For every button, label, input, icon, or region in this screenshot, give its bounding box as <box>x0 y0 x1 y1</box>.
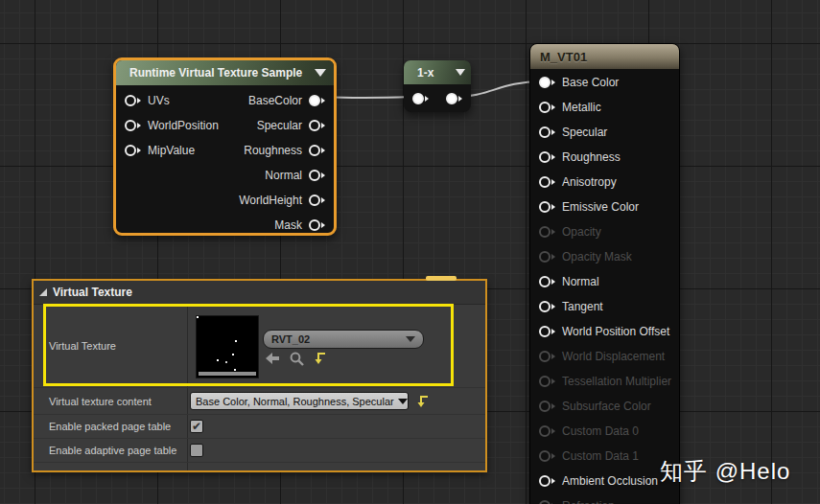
pin-row: Roughness <box>239 138 325 163</box>
virtual-texture-content-row: Virtual texture content Base Color, Norm… <box>34 388 485 415</box>
pin-label: Refraction <box>562 499 615 504</box>
texture-thumbnail[interactable] <box>196 315 259 378</box>
pin-row: World Displacement <box>539 344 679 369</box>
wire-basecolor-to-oneminus <box>323 97 414 98</box>
pin-row: Opacity <box>539 219 679 244</box>
node-header[interactable]: 1-x <box>404 60 471 84</box>
details-section-header[interactable]: Virtual Texture <box>34 281 485 305</box>
output-pin[interactable] <box>309 170 325 181</box>
pin-label: MipValue <box>148 144 195 157</box>
material-input-pin[interactable] <box>539 226 555 238</box>
virtual-texture-asset-dropdown[interactable]: RVT_02 <box>263 330 424 349</box>
output-pin[interactable] <box>309 195 325 206</box>
material-input-pin[interactable] <box>539 301 555 312</box>
pin-label: Normal <box>265 169 302 182</box>
thumbnail-bottom-bar <box>199 372 256 376</box>
pin-label: Custom Data 0 <box>562 424 639 438</box>
pin-label: Tessellation Multiplier <box>562 375 671 388</box>
output-pin-column: BaseColorSpecularRoughnessNormalWorldHei… <box>239 88 325 233</box>
pin-row: Normal <box>539 269 679 294</box>
node-title: Runtime Virtual Texture Sample <box>129 66 315 80</box>
pin-row: WorldPosition <box>125 113 219 138</box>
node-body <box>404 84 471 112</box>
material-input-pin[interactable] <box>539 102 555 113</box>
enable-packed-page-table-row: Enable packed page table ✔ <box>34 415 485 439</box>
material-input-pin[interactable] <box>539 326 555 337</box>
node-runtime-virtual-texture-sample[interactable]: Runtime Virtual Texture Sample UVsWorldP… <box>113 57 337 236</box>
material-input-pin[interactable] <box>539 126 555 138</box>
material-input-pin[interactable] <box>539 251 555 263</box>
pin-row: Anisotropy <box>539 170 679 195</box>
pin-label: Opacity Mask <box>562 250 632 263</box>
output-pin[interactable] <box>309 145 325 156</box>
material-input-pin[interactable] <box>539 425 555 437</box>
watermark: 知乎 @Helo <box>660 456 790 487</box>
enable-adaptive-page-table-row: Enable adaptive page table ✔ <box>34 439 485 463</box>
input-pin[interactable] <box>125 120 141 131</box>
pin-row: Refraction <box>539 493 679 504</box>
pin-label: World Displacement <box>562 350 665 363</box>
content-dropdown-value: Base Color, Normal, Roughness, Specular <box>196 396 394 407</box>
pin-label: Opacity <box>562 225 601 239</box>
pin-row: Tessellation Multiplier <box>539 369 679 394</box>
pin-row: Mask <box>239 213 325 238</box>
material-input-pin[interactable] <box>539 77 555 88</box>
pin-row: Custom Data 0 <box>539 419 679 444</box>
advanced-toggle-icon[interactable] <box>456 69 465 76</box>
node-title: M_VT01 <box>540 50 587 64</box>
packed-page-table-label: Enable packed page table <box>34 415 187 438</box>
node-header[interactable]: Runtime Virtual Texture Sample <box>116 60 334 85</box>
output-pin[interactable] <box>309 219 325 231</box>
pin-row: Specular <box>239 113 325 138</box>
material-input-pin[interactable] <box>539 401 555 412</box>
node-material-result[interactable]: M_VT01 Base ColorMetallicSpecularRoughne… <box>529 43 680 504</box>
packed-page-table-checkbox[interactable]: ✔ <box>190 420 203 433</box>
details-panel[interactable]: Virtual Texture Virtual Texture RVT_02 <box>32 279 487 472</box>
material-input-pin[interactable] <box>539 376 555 387</box>
advanced-toggle-icon[interactable] <box>315 69 326 77</box>
material-input-pin[interactable] <box>539 351 555 362</box>
browse-asset-icon[interactable] <box>289 351 304 366</box>
adaptive-page-table-checkbox[interactable]: ✔ <box>190 444 203 457</box>
pin-label: Ambient Occlusion <box>562 474 658 488</box>
output-pin[interactable] <box>309 95 325 106</box>
pin-row: WorldHeight <box>239 188 325 213</box>
material-input-pin[interactable] <box>539 276 555 287</box>
oneminus-input-pin[interactable] <box>412 93 429 104</box>
output-pin[interactable] <box>309 120 325 131</box>
virtual-texture-label: Virtual Texture <box>34 305 187 387</box>
material-input-pin[interactable] <box>539 475 555 487</box>
node-one-minus[interactable]: 1-x <box>404 60 471 112</box>
pin-row: Emissive Color <box>539 195 679 219</box>
input-pin[interactable] <box>125 95 141 106</box>
reset-to-default-icon[interactable] <box>417 394 430 411</box>
material-input-pin[interactable] <box>539 500 555 504</box>
material-input-pin[interactable] <box>539 201 555 213</box>
pin-row: Subsurface Color <box>539 394 679 419</box>
chevron-down-icon <box>406 336 415 342</box>
pin-row: Ambient Occlusion <box>539 469 679 493</box>
reset-to-default-icon[interactable] <box>313 351 328 366</box>
use-selected-asset-icon[interactable] <box>265 351 280 366</box>
node-header[interactable]: M_VT01 <box>530 44 679 69</box>
pin-label: WorldHeight <box>239 194 302 207</box>
content-dropdown[interactable]: Base Color, Normal, Roughness, Specular <box>190 392 409 410</box>
virtual-texture-row: Virtual Texture RVT_02 <box>34 305 485 388</box>
material-graph-canvas[interactable]: Runtime Virtual Texture Sample UVsWorldP… <box>0 0 820 504</box>
pin-row: Specular <box>539 120 679 145</box>
material-input-pin[interactable] <box>539 176 555 188</box>
pin-label: Tangent <box>562 300 603 313</box>
pin-row: UVs <box>125 88 219 113</box>
material-input-pin[interactable] <box>539 151 555 163</box>
details-section-title: Virtual Texture <box>53 286 132 299</box>
pin-row: Custom Data 1 <box>539 444 679 469</box>
pin-row: Tangent <box>539 294 679 319</box>
expanded-arrow-icon[interactable] <box>39 288 47 296</box>
content-label: Virtual texture content <box>34 388 187 414</box>
oneminus-output-pin[interactable] <box>446 93 462 104</box>
node-body: UVsWorldPositionMipValue BaseColorSpecul… <box>116 88 334 233</box>
pin-row: MipValue <box>125 138 219 163</box>
input-pin[interactable] <box>125 145 141 156</box>
node-title: 1-x <box>417 66 456 80</box>
material-input-pin[interactable] <box>539 450 555 462</box>
